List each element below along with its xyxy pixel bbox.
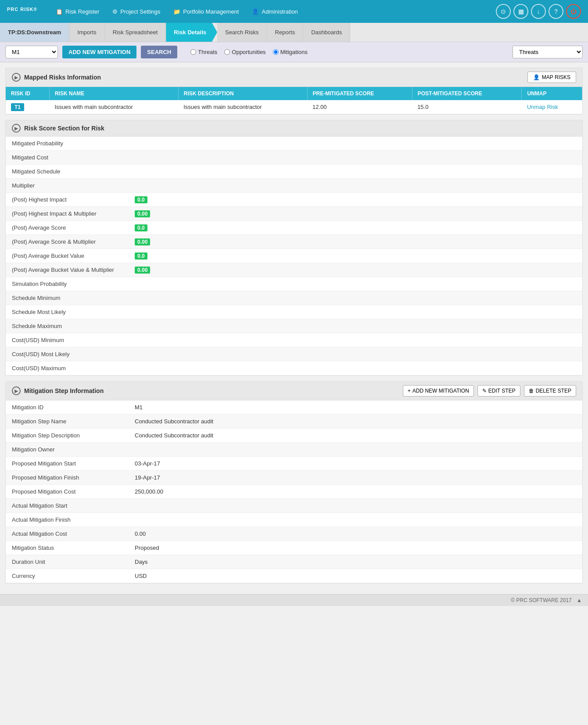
proposed-cost-value: 250,000.00 bbox=[135, 488, 163, 495]
nav-risk-register[interactable]: 📋 Risk Register bbox=[50, 6, 104, 18]
score-row-post-average-bucket-value: (Post) Average Bucket Value 0.0 bbox=[6, 249, 582, 263]
map-risks-button[interactable]: 👤 MAP RISKS bbox=[527, 72, 576, 83]
mitigation-step-title: Mitigation Step Information bbox=[24, 387, 104, 394]
mitigation-status-value: Proposed bbox=[135, 545, 159, 551]
pre-mitigated-score-cell: 12.00 bbox=[307, 100, 412, 114]
score-row-mitigated-cost: Mitigated Cost bbox=[6, 151, 582, 165]
add-mitigation-icon: + bbox=[408, 388, 411, 394]
tab-dashboards[interactable]: Dashboards bbox=[303, 23, 350, 42]
post-average-score-value: 0.0 bbox=[135, 224, 147, 231]
mitigation-step-description-value: Conducted Subcontractor audit bbox=[135, 432, 213, 439]
nav-menu: 📋 Risk Register ⚙ Project Settings 📁 Por… bbox=[50, 6, 496, 18]
threats-dropdown[interactable]: Threats Opportunities Mitigations bbox=[513, 46, 583, 58]
nav-administration[interactable]: 👤 Administration bbox=[247, 6, 303, 18]
post-highest-impact-multiplier-label: (Post) Highest Impact & Multiplier bbox=[12, 210, 135, 217]
mitigation-step-section: ▶ Mitigation Step Information + ADD NEW … bbox=[5, 381, 583, 584]
map-risks-icon: 👤 bbox=[533, 74, 540, 80]
mitigation-step-header: ▶ Mitigation Step Information + ADD NEW … bbox=[6, 382, 582, 400]
tab-search-risks[interactable]: Search Risks bbox=[217, 23, 267, 42]
tab-bar: TP:DS:Downstream Imports Risk Spreadshee… bbox=[0, 23, 588, 42]
proposed-finish-value: 19-Apr-17 bbox=[135, 474, 160, 481]
post-average-bucket-value-multiplier-value: 0.00 bbox=[135, 267, 150, 273]
power-button[interactable]: ⏻ bbox=[566, 4, 581, 19]
scroll-to-top-icon[interactable]: ▲ bbox=[577, 597, 582, 603]
tab-risk-details[interactable]: Risk Details bbox=[166, 23, 217, 42]
currency-label: Currency bbox=[12, 573, 135, 579]
add-mitigation-button[interactable]: ADD NEW MITIGATION bbox=[62, 46, 136, 58]
schedule-minimum-label: Schedule Minimum bbox=[12, 295, 135, 301]
footer-text: © PRC SOFTWARE 2017 bbox=[511, 597, 571, 603]
toolbar-right: Threats Opportunities Mitigations bbox=[513, 46, 583, 58]
score-row-post-average-bucket-value-multiplier: (Post) Average Bucket Value & Multiplier… bbox=[6, 263, 582, 277]
edit-step-button[interactable]: ✎ EDIT STEP bbox=[477, 385, 520, 397]
radio-threats[interactable]: Threats bbox=[190, 49, 217, 55]
post-highest-impact-badge: 0.0 bbox=[135, 196, 147, 203]
admin-icon: 👤 bbox=[252, 8, 259, 15]
unmap-risk-link[interactable]: Unmap Risk bbox=[527, 104, 558, 110]
tab-reports[interactable]: Reports bbox=[267, 23, 304, 42]
cost-maximum-label: Cost(USD) Maximum bbox=[12, 365, 135, 372]
risk-score-header: ▶ Risk Score Section for Risk bbox=[6, 120, 582, 137]
score-row-schedule-minimum: Schedule Minimum bbox=[6, 291, 582, 305]
nav-portfolio-management[interactable]: 📁 Portfolio Management bbox=[168, 6, 244, 18]
duration-unit-label: Duration Unit bbox=[12, 559, 135, 565]
duration-unit-value: Days bbox=[135, 559, 148, 565]
calendar-button[interactable]: ▦ bbox=[513, 4, 528, 19]
score-row-cost-maximum: Cost(USD) Maximum bbox=[6, 361, 582, 375]
mapped-risks-title: Mapped Risks Information bbox=[24, 74, 101, 81]
search-button[interactable]: SEARCH bbox=[141, 46, 177, 58]
score-row-cost-most-likely: Cost(USD) Most Likely bbox=[6, 347, 582, 361]
top-navigation: PRC RISK® 📋 Risk Register ⚙ Project Sett… bbox=[0, 0, 588, 23]
main-content: ▶ Mapped Risks Information 👤 MAP RISKS R… bbox=[0, 62, 588, 594]
risk-description-cell: Issues with main subcontractor bbox=[178, 100, 307, 114]
cost-minimum-label: Cost(USD) Minimum bbox=[12, 337, 135, 343]
mit-row-status: Mitigation Status Proposed bbox=[6, 541, 582, 555]
mapped-risks-expand-icon[interactable]: ▶ bbox=[12, 73, 21, 82]
mitigation-id-label: Mitigation ID bbox=[12, 404, 135, 411]
proposed-start-label: Proposed Mitigation Start bbox=[12, 460, 135, 467]
score-row-post-average-score: (Post) Average Score 0.0 bbox=[6, 221, 582, 235]
download-button[interactable]: ↓ bbox=[531, 4, 546, 19]
col-unmap: UNMAP bbox=[522, 87, 582, 100]
help-button[interactable]: ? bbox=[549, 4, 563, 19]
tab-tp-ds-downstream[interactable]: TP:DS:Downstream bbox=[0, 23, 69, 42]
mitigation-owner-label: Mitigation Owner bbox=[12, 446, 135, 453]
mitigation-step-name-label: Mitigation Step Name bbox=[12, 418, 135, 425]
mitigation-step-expand-icon[interactable]: ▶ bbox=[12, 386, 21, 395]
score-row-post-average-score-multiplier: (Post) Average Score & Multiplier 0.00 bbox=[6, 235, 582, 249]
tab-risk-spreadsheet[interactable]: Risk Spreadsheet bbox=[105, 23, 166, 42]
monitor-button[interactable]: ⊙ bbox=[496, 4, 511, 19]
tab-imports[interactable]: Imports bbox=[69, 23, 104, 42]
unmap-cell: Unmap Risk bbox=[522, 100, 582, 114]
currency-value: USD bbox=[135, 573, 147, 579]
mitigated-schedule-label: Mitigated Schedule bbox=[12, 168, 135, 175]
delete-step-button[interactable]: 🗑 DELETE STEP bbox=[524, 385, 576, 397]
risk-score-grid: Mitigated Probability Mitigated Cost Mit… bbox=[6, 137, 582, 375]
score-row-cost-minimum: Cost(USD) Minimum bbox=[6, 333, 582, 347]
radio-mitigations[interactable]: Mitigations bbox=[273, 49, 308, 55]
score-row-post-highest-impact-multiplier: (Post) Highest Impact & Multiplier 0.00 bbox=[6, 207, 582, 221]
edit-step-icon: ✎ bbox=[482, 388, 487, 394]
mit-row-step-description: Mitigation Step Description Conducted Su… bbox=[6, 429, 582, 443]
score-row-post-highest-impact: (Post) Highest Impact 0.0 bbox=[6, 193, 582, 207]
risk-score-expand-icon[interactable]: ▶ bbox=[12, 124, 21, 133]
mit-row-duration-unit: Duration Unit Days bbox=[6, 555, 582, 569]
mitigation-info-grid: Mitigation ID M1 Mitigation Step Name Co… bbox=[6, 400, 582, 583]
nav-project-settings[interactable]: ⚙ Project Settings bbox=[107, 6, 165, 18]
multiplier-label: Multiplier bbox=[12, 182, 135, 189]
actual-cost-value: 0.00 bbox=[135, 530, 146, 537]
post-average-bucket-value-multiplier-badge: 0.00 bbox=[135, 267, 150, 274]
mit-row-proposed-finish: Proposed Mitigation Finish 19-Apr-17 bbox=[6, 471, 582, 485]
mapped-risks-section: ▶ Mapped Risks Information 👤 MAP RISKS R… bbox=[5, 68, 583, 115]
risk-id-cell: T1 bbox=[6, 100, 49, 114]
mitigated-cost-label: Mitigated Cost bbox=[12, 154, 135, 161]
mit-row-actual-cost: Actual Mitigation Cost 0.00 bbox=[6, 527, 582, 541]
table-row: T1 Issues with main subcontractor Issues… bbox=[6, 100, 582, 114]
add-new-mitigation-button[interactable]: + ADD NEW MITIGATION bbox=[403, 385, 474, 397]
mit-row-proposed-start: Proposed Mitigation Start 03-Apr-17 bbox=[6, 457, 582, 471]
radio-opportunities[interactable]: Opportunities bbox=[224, 49, 265, 55]
mit-row-step-name: Mitigation Step Name Conducted Subcontra… bbox=[6, 415, 582, 429]
mitigation-dropdown[interactable]: M1 bbox=[5, 46, 58, 58]
col-risk-name: RISK NAME bbox=[49, 87, 178, 100]
mit-row-id: Mitigation ID M1 bbox=[6, 400, 582, 415]
